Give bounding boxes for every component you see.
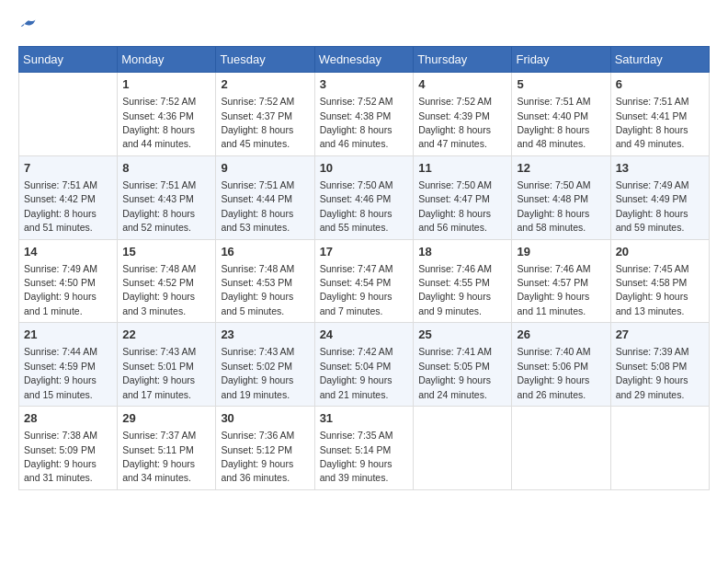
day-info-text: Sunrise: 7:49 AM Sunset: 4:49 PM Dayligh…	[616, 179, 689, 233]
calendar-cell: 29Sunrise: 7:37 AM Sunset: 5:11 PM Dayli…	[118, 407, 216, 490]
day-number: 11	[418, 160, 506, 177]
day-info-text: Sunrise: 7:42 AM Sunset: 5:04 PM Dayligh…	[320, 346, 393, 399]
day-number: 6	[616, 76, 704, 93]
calendar-cell: 21Sunrise: 7:44 AM Sunset: 4:59 PM Dayli…	[19, 323, 118, 407]
day-info-text: Sunrise: 7:46 AM Sunset: 4:57 PM Dayligh…	[517, 263, 590, 316]
logo-bird-icon	[20, 18, 37, 35]
calendar-cell	[610, 407, 709, 490]
day-header-thursday: Thursday	[414, 47, 512, 73]
day-info-text: Sunrise: 7:41 AM Sunset: 5:05 PM Dayligh…	[418, 346, 492, 399]
calendar-cell	[512, 407, 610, 490]
day-number: 31	[320, 410, 409, 427]
day-header-saturday: Saturday	[610, 47, 709, 73]
calendar-cell: 25Sunrise: 7:41 AM Sunset: 5:05 PM Dayli…	[414, 323, 512, 407]
day-number: 8	[122, 160, 210, 177]
day-number: 12	[517, 160, 605, 177]
day-number: 27	[616, 327, 704, 343]
logo	[18, 18, 37, 37]
calendar-table: SundayMondayTuesdayWednesdayThursdayFrid…	[18, 46, 710, 490]
calendar-cell: 1Sunrise: 7:52 AM Sunset: 4:36 PM Daylig…	[118, 73, 216, 156]
day-number: 15	[122, 244, 210, 260]
calendar-cell: 20Sunrise: 7:45 AM Sunset: 4:58 PM Dayli…	[610, 239, 709, 323]
day-number: 5	[517, 76, 605, 93]
calendar-cell	[19, 73, 118, 156]
day-number: 21	[24, 327, 112, 343]
calendar-cell: 22Sunrise: 7:43 AM Sunset: 5:01 PM Dayli…	[118, 323, 216, 407]
day-info-text: Sunrise: 7:51 AM Sunset: 4:42 PM Dayligh…	[24, 179, 97, 233]
calendar-week-row: 7Sunrise: 7:51 AM Sunset: 4:42 PM Daylig…	[19, 155, 710, 239]
day-header-friday: Friday	[512, 47, 610, 73]
day-number: 18	[418, 244, 506, 260]
day-header-tuesday: Tuesday	[216, 47, 314, 73]
day-info-text: Sunrise: 7:40 AM Sunset: 5:06 PM Dayligh…	[517, 346, 590, 399]
calendar-cell: 5Sunrise: 7:51 AM Sunset: 4:40 PM Daylig…	[512, 73, 610, 156]
day-info-text: Sunrise: 7:38 AM Sunset: 5:09 PM Dayligh…	[24, 430, 97, 483]
calendar-cell: 8Sunrise: 7:51 AM Sunset: 4:43 PM Daylig…	[118, 155, 216, 239]
day-info-text: Sunrise: 7:52 AM Sunset: 4:38 PM Dayligh…	[320, 96, 393, 149]
day-info-text: Sunrise: 7:51 AM Sunset: 4:40 PM Dayligh…	[517, 96, 590, 149]
day-header-monday: Monday	[118, 47, 216, 73]
day-number: 17	[320, 244, 409, 260]
page-header	[18, 18, 710, 37]
day-number: 28	[24, 410, 112, 427]
day-info-text: Sunrise: 7:44 AM Sunset: 4:59 PM Dayligh…	[24, 346, 97, 399]
day-number: 24	[320, 327, 409, 343]
calendar-header-row: SundayMondayTuesdayWednesdayThursdayFrid…	[19, 47, 710, 73]
calendar-cell: 10Sunrise: 7:50 AM Sunset: 4:46 PM Dayli…	[314, 155, 414, 239]
day-info-text: Sunrise: 7:43 AM Sunset: 5:02 PM Dayligh…	[221, 346, 294, 399]
day-header-sunday: Sunday	[19, 47, 118, 73]
calendar-week-row: 14Sunrise: 7:49 AM Sunset: 4:50 PM Dayli…	[19, 239, 710, 323]
day-number: 22	[122, 327, 210, 343]
day-info-text: Sunrise: 7:45 AM Sunset: 4:58 PM Dayligh…	[616, 263, 689, 316]
calendar-cell: 24Sunrise: 7:42 AM Sunset: 5:04 PM Dayli…	[314, 323, 414, 407]
day-info-text: Sunrise: 7:49 AM Sunset: 4:50 PM Dayligh…	[24, 263, 97, 316]
day-number: 23	[221, 327, 309, 343]
calendar-cell: 3Sunrise: 7:52 AM Sunset: 4:38 PM Daylig…	[314, 73, 414, 156]
calendar-cell: 23Sunrise: 7:43 AM Sunset: 5:02 PM Dayli…	[216, 323, 314, 407]
day-number: 9	[221, 160, 309, 177]
calendar-cell: 28Sunrise: 7:38 AM Sunset: 5:09 PM Dayli…	[19, 407, 118, 490]
calendar-cell: 17Sunrise: 7:47 AM Sunset: 4:54 PM Dayli…	[314, 239, 414, 323]
calendar-cell: 14Sunrise: 7:49 AM Sunset: 4:50 PM Dayli…	[19, 239, 118, 323]
day-number: 26	[517, 327, 605, 343]
day-info-text: Sunrise: 7:43 AM Sunset: 5:01 PM Dayligh…	[122, 346, 196, 399]
day-info-text: Sunrise: 7:52 AM Sunset: 4:36 PM Dayligh…	[122, 96, 196, 149]
calendar-cell: 2Sunrise: 7:52 AM Sunset: 4:37 PM Daylig…	[216, 73, 314, 156]
calendar-cell: 18Sunrise: 7:46 AM Sunset: 4:55 PM Dayli…	[414, 239, 512, 323]
calendar-cell: 16Sunrise: 7:48 AM Sunset: 4:53 PM Dayli…	[216, 239, 314, 323]
day-info-text: Sunrise: 7:46 AM Sunset: 4:55 PM Dayligh…	[418, 263, 492, 316]
day-number: 13	[616, 160, 704, 177]
day-info-text: Sunrise: 7:47 AM Sunset: 4:54 PM Dayligh…	[320, 263, 393, 316]
day-info-text: Sunrise: 7:48 AM Sunset: 4:53 PM Dayligh…	[221, 263, 294, 316]
day-number: 3	[320, 76, 409, 93]
day-info-text: Sunrise: 7:52 AM Sunset: 4:39 PM Dayligh…	[418, 96, 492, 149]
day-info-text: Sunrise: 7:51 AM Sunset: 4:44 PM Dayligh…	[221, 179, 294, 233]
day-number: 2	[221, 76, 309, 93]
day-number: 30	[221, 410, 309, 427]
calendar-cell: 12Sunrise: 7:50 AM Sunset: 4:48 PM Dayli…	[512, 155, 610, 239]
day-number: 1	[122, 76, 210, 93]
calendar-cell: 6Sunrise: 7:51 AM Sunset: 4:41 PM Daylig…	[610, 73, 709, 156]
day-number: 10	[320, 160, 409, 177]
day-number: 19	[517, 244, 605, 260]
calendar-week-row: 21Sunrise: 7:44 AM Sunset: 4:59 PM Dayli…	[19, 323, 710, 407]
calendar-cell: 4Sunrise: 7:52 AM Sunset: 4:39 PM Daylig…	[414, 73, 512, 156]
day-info-text: Sunrise: 7:51 AM Sunset: 4:41 PM Dayligh…	[616, 96, 689, 149]
day-info-text: Sunrise: 7:52 AM Sunset: 4:37 PM Dayligh…	[221, 96, 294, 149]
day-info-text: Sunrise: 7:35 AM Sunset: 5:14 PM Dayligh…	[320, 430, 393, 483]
calendar-cell: 13Sunrise: 7:49 AM Sunset: 4:49 PM Dayli…	[610, 155, 709, 239]
calendar-cell: 27Sunrise: 7:39 AM Sunset: 5:08 PM Dayli…	[610, 323, 709, 407]
day-info-text: Sunrise: 7:51 AM Sunset: 4:43 PM Dayligh…	[122, 179, 196, 233]
day-number: 7	[24, 160, 112, 177]
day-number: 16	[221, 244, 309, 260]
calendar-cell: 31Sunrise: 7:35 AM Sunset: 5:14 PM Dayli…	[314, 407, 414, 490]
calendar-cell: 11Sunrise: 7:50 AM Sunset: 4:47 PM Dayli…	[414, 155, 512, 239]
day-info-text: Sunrise: 7:36 AM Sunset: 5:12 PM Dayligh…	[221, 430, 294, 483]
calendar-cell: 30Sunrise: 7:36 AM Sunset: 5:12 PM Dayli…	[216, 407, 314, 490]
day-info-text: Sunrise: 7:50 AM Sunset: 4:46 PM Dayligh…	[320, 179, 393, 233]
calendar-cell: 26Sunrise: 7:40 AM Sunset: 5:06 PM Dayli…	[512, 323, 610, 407]
day-number: 20	[616, 244, 704, 260]
calendar-cell	[414, 407, 512, 490]
day-number: 14	[24, 244, 112, 260]
calendar-cell: 15Sunrise: 7:48 AM Sunset: 4:52 PM Dayli…	[118, 239, 216, 323]
